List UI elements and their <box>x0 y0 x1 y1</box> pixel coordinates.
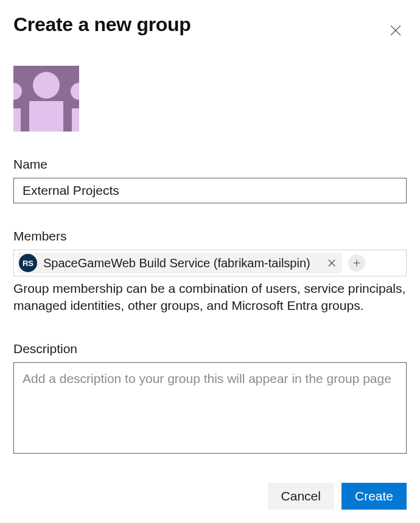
cancel-button[interactable]: Cancel <box>268 483 334 510</box>
remove-member-button[interactable] <box>325 256 338 270</box>
member-pill: RS SpaceGameWeb Build Service (fabrikam-… <box>18 253 342 273</box>
add-member-button[interactable] <box>348 254 365 272</box>
description-label: Description <box>13 342 407 356</box>
name-label: Name <box>13 157 407 172</box>
group-avatar-icon <box>13 66 79 132</box>
members-help-text: Group membership can be a combination of… <box>13 280 407 315</box>
member-avatar: RS <box>19 254 37 272</box>
close-icon <box>390 25 401 36</box>
close-icon <box>327 259 336 267</box>
members-label: Members <box>13 229 407 244</box>
description-input[interactable] <box>13 362 407 454</box>
member-name: SpaceGameWeb Build Service (fabrikam-tai… <box>43 256 310 270</box>
name-input[interactable] <box>13 178 407 203</box>
dialog-title: Create a new group <box>13 13 191 36</box>
close-button[interactable] <box>385 19 407 41</box>
plus-icon <box>352 259 361 267</box>
create-button[interactable]: Create <box>341 483 407 510</box>
members-input[interactable]: RS SpaceGameWeb Build Service (fabrikam-… <box>13 250 407 276</box>
